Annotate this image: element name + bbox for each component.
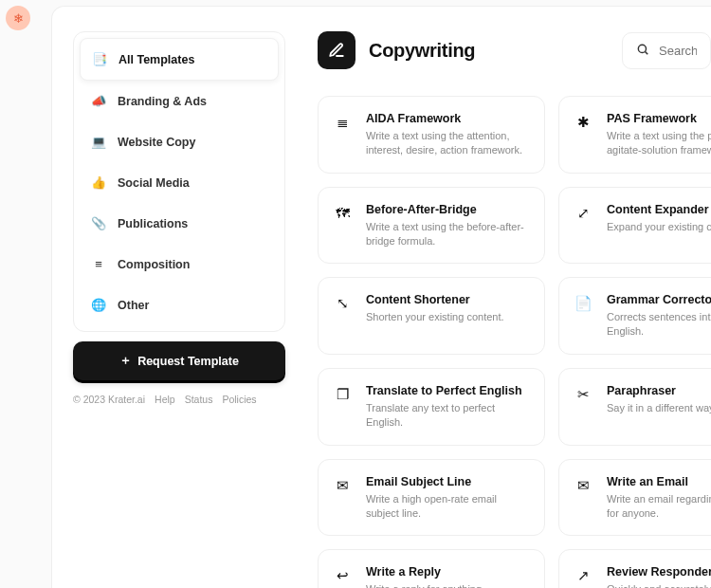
template-title: AIDA Framework [366, 112, 529, 125]
template-card[interactable]: ✉Write an EmailWrite an email regarding … [558, 459, 711, 537]
template-desc: Write a high open-rate email subject lin… [366, 492, 529, 521]
svg-line-1 [646, 51, 648, 54]
template-title: PAS Framework [607, 112, 711, 125]
footer-link-help[interactable]: Help [155, 394, 175, 405]
reply-icon: ↩ [332, 565, 353, 588]
template-desc: Write an email regarding any topic for a… [607, 492, 711, 521]
template-card[interactable]: ✂ParaphraserSay it in a different way. [558, 368, 711, 446]
svg-point-0 [638, 45, 646, 52]
subject-icon: ✉ [332, 475, 353, 521]
sidebar-item-label: Publications [118, 217, 188, 230]
template-title: Before-After-Bridge [366, 203, 529, 216]
template-desc: Write a text using the problem-agitate-s… [607, 129, 711, 157]
translate-icon: ❐ [332, 384, 353, 430]
footer-link-policies[interactable]: Policies [222, 394, 256, 405]
footer-link-status[interactable]: Status [185, 394, 213, 405]
sidebar-item-website-copy[interactable]: 💻Website Copy [80, 121, 279, 162]
template-title: Paraphraser [607, 384, 711, 397]
template-desc: Write a reply for anything. [366, 582, 484, 588]
plus-icon: ＋ [119, 353, 132, 369]
sidebar-item-label: Other [118, 299, 149, 312]
template-card[interactable]: ↩Write a ReplyWrite a reply for anything… [318, 549, 545, 588]
sidebar-item-label: Branding & Ads [118, 95, 207, 108]
template-desc: Write a text using the before-after-brid… [366, 220, 529, 248]
pas-icon: ✱ [573, 112, 593, 157]
branding-ads-icon: 📣 [91, 94, 106, 108]
all-templates-icon: 📑 [92, 52, 107, 66]
template-title: Grammar Corrector [607, 293, 711, 306]
sidebar-item-label: Composition [118, 258, 190, 271]
composition-icon: ≡ [91, 257, 106, 271]
template-card[interactable]: ✱PAS FrameworkWrite a text using the pro… [558, 96, 711, 174]
request-template-button[interactable]: ＋ Request Template [73, 341, 285, 380]
publications-icon: 📎 [91, 216, 106, 230]
brand-logo[interactable]: ❄ [6, 6, 30, 30]
footer: © 2023 Krater.ai Help Status Policies [73, 394, 285, 405]
main-header: Copywriting [318, 31, 711, 69]
template-desc: Write a text using the attention, intere… [366, 129, 529, 157]
template-desc: Translate any text to perfect English. [366, 401, 529, 430]
app-canvas: 📑All Templates📣Branding & Ads💻Website Co… [51, 6, 711, 588]
template-title: Content Expander [607, 203, 711, 216]
template-card[interactable]: ❐Translate to Perfect EnglishTranslate a… [318, 368, 545, 446]
templates-grid: ≣AIDA FrameworkWrite a text using the at… [318, 96, 711, 588]
other-icon: 🌐 [91, 298, 106, 312]
website-copy-icon: 💻 [91, 135, 106, 149]
sidebar: 📑All Templates📣Branding & Ads💻Website Co… [73, 31, 285, 588]
template-desc: Corrects sentences into standard English… [607, 310, 711, 339]
pencil-icon [328, 42, 345, 59]
template-title: Email Subject Line [366, 475, 529, 488]
template-card[interactable]: ≣AIDA FrameworkWrite a text using the at… [318, 96, 545, 174]
template-desc: Expand your existing content. [607, 220, 711, 234]
sidebar-item-composition[interactable]: ≡Composition [80, 244, 279, 285]
sidebar-item-label: Website Copy [118, 136, 195, 149]
email-icon: ✉ [573, 475, 593, 521]
template-title: Content Shortener [366, 293, 504, 306]
shorten-icon: ⤡ [332, 293, 353, 339]
sidebar-item-social-media[interactable]: 👍Social Media [80, 162, 279, 203]
title-icon-box [318, 31, 356, 69]
sidebar-item-label: All Templates [118, 53, 194, 66]
sidebar-item-other[interactable]: 🌐Other [80, 285, 279, 325]
sidebar-item-branding-ads[interactable]: 📣Branding & Ads [80, 81, 279, 121]
review-icon: ↗ [573, 565, 593, 588]
social-media-icon: 👍 [91, 175, 106, 190]
template-title: Write a Reply [366, 565, 484, 579]
search-icon [636, 43, 649, 59]
sidebar-item-publications[interactable]: 📎Publications [80, 203, 279, 244]
snowflake-icon: ❄ [13, 11, 24, 26]
request-template-label: Request Template [137, 355, 239, 368]
sidebar-nav: 📑All Templates📣Branding & Ads💻Website Co… [73, 31, 285, 332]
search-box[interactable] [622, 32, 711, 69]
template-card[interactable]: ✉Email Subject LineWrite a high open-rat… [318, 459, 545, 537]
template-title: Write an Email [607, 475, 711, 488]
template-title: Translate to Perfect English [366, 384, 529, 397]
template-card[interactable]: ⤢Content ExpanderExpand your existing co… [558, 187, 711, 265]
template-desc: Say it in a different way. [607, 401, 711, 415]
template-desc: Shorten your existing content. [366, 310, 504, 324]
page-title: Copywriting [369, 40, 475, 62]
template-card[interactable]: ⤡Content ShortenerShorten your existing … [318, 277, 545, 355]
template-card[interactable]: 🗺Before-After-BridgeWrite a text using t… [318, 187, 545, 265]
paraphrase-icon: ✂ [573, 384, 593, 430]
grammar-icon: 📄 [573, 293, 593, 339]
template-title: Review Responder [607, 565, 711, 579]
search-input[interactable] [659, 44, 697, 58]
aida-icon: ≣ [332, 112, 353, 157]
template-card[interactable]: ↗Review ResponderQuickly and accurately … [558, 549, 711, 588]
template-desc: Quickly and accurately respond to custom… [607, 582, 711, 588]
footer-copyright: © 2023 Krater.ai [73, 394, 145, 405]
expand-icon: ⤢ [573, 203, 593, 248]
template-card[interactable]: 📄Grammar CorrectorCorrects sentences int… [558, 277, 711, 355]
sidebar-item-all-templates[interactable]: 📑All Templates [80, 38, 279, 81]
sidebar-item-label: Social Media [118, 176, 190, 190]
main-content: Copywriting ≣AIDA FrameworkWrite a text … [318, 31, 711, 588]
bab-icon: 🗺 [332, 203, 353, 248]
